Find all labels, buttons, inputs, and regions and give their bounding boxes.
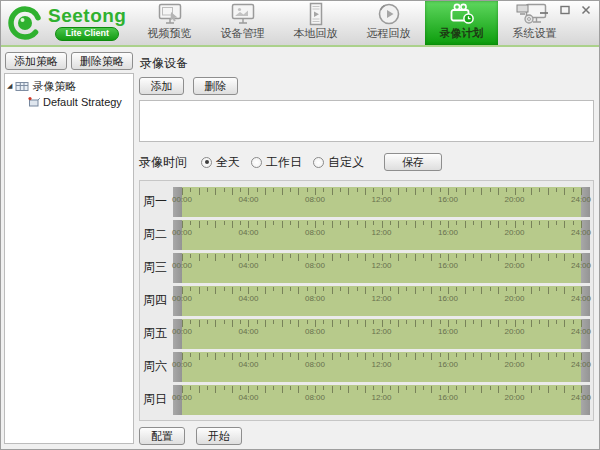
seetong-logo-icon — [7, 5, 43, 41]
pin-button[interactable] — [516, 4, 529, 15]
tick — [265, 188, 266, 195]
tick — [215, 386, 216, 393]
tick — [273, 287, 274, 291]
tick — [523, 188, 524, 192]
nav-item-device-management[interactable]: 设备管理 — [206, 1, 279, 45]
record-time-option-2[interactable]: 自定义 — [313, 154, 364, 171]
tick — [564, 188, 565, 195]
day-label: 周四 — [143, 292, 173, 309]
time-label: 08:00 — [305, 327, 325, 336]
tick — [273, 188, 274, 192]
tick — [465, 188, 466, 195]
tick — [398, 353, 399, 360]
tick — [298, 221, 299, 228]
nav-item-video-preview[interactable]: 视频预览 — [133, 1, 206, 45]
time-label: 00:00 — [172, 327, 192, 336]
tick — [531, 188, 532, 195]
tick — [373, 254, 374, 258]
radio-icon[interactable] — [201, 157, 212, 168]
config-button[interactable]: 配置 — [139, 427, 185, 445]
close-button[interactable] — [579, 4, 592, 15]
tick — [273, 386, 274, 390]
timeline-selected-range[interactable]: 00:0004:0008:0012:0016:0020:0024:00 — [182, 220, 581, 250]
tick — [240, 386, 241, 390]
timeline-selected-range[interactable]: 00:0004:0008:0012:0016:0020:0024:00 — [182, 385, 581, 415]
content: 添加策略 删除策略 ◢ 录像策略 — [1, 47, 599, 449]
timeline-selected-range[interactable]: 00:0004:0008:0012:0016:0020:0024:00 — [182, 253, 581, 283]
tick — [406, 320, 407, 324]
timeline-bar[interactable]: 00:0004:0008:0012:0016:0020:0024:00 — [173, 319, 590, 349]
tick — [539, 254, 540, 258]
tick — [573, 254, 574, 258]
tick — [332, 287, 333, 294]
tick — [506, 287, 507, 291]
day-label: 周六 — [143, 358, 173, 375]
timeline-selected-range[interactable]: 00:0004:0008:0012:0016:0020:0024:00 — [182, 352, 581, 382]
tick — [539, 287, 540, 291]
tick — [240, 221, 241, 225]
tick — [282, 287, 283, 294]
timeline-bar[interactable]: 00:0004:0008:0012:0016:0020:0024:00 — [173, 220, 590, 250]
tick — [573, 353, 574, 357]
timeline-bar[interactable]: 00:0004:0008:0012:0016:0020:0024:00 — [173, 385, 590, 415]
tick — [332, 386, 333, 393]
timeline-bar[interactable]: 00:0004:0008:0012:0016:0020:0024:00 — [173, 352, 590, 382]
tree-node-default-strategy[interactable]: Default Strategy — [27, 95, 131, 109]
tick — [257, 386, 258, 390]
schedule-row: 周三00:0004:0008:0012:0016:0020:0024:00 — [143, 252, 590, 283]
tree-expand-icon[interactable]: ◢ — [7, 82, 12, 90]
minimize-button[interactable] — [537, 4, 550, 15]
tick — [531, 386, 532, 393]
time-label: 08:00 — [305, 294, 325, 303]
tick — [440, 188, 441, 192]
tick — [473, 386, 474, 390]
tick — [332, 221, 333, 228]
tick — [315, 254, 316, 261]
tick — [556, 188, 557, 192]
tick — [456, 320, 457, 324]
timeline-bar[interactable]: 00:0004:0008:0012:0016:0020:0024:00 — [173, 286, 590, 316]
tick — [382, 254, 383, 261]
tick — [307, 221, 308, 225]
tick — [415, 188, 416, 195]
timeline-bar[interactable]: 00:0004:0008:0012:0016:0020:0024:00 — [173, 253, 590, 283]
tick — [515, 320, 516, 327]
tick — [265, 320, 266, 327]
tick — [199, 320, 200, 327]
add-strategy-button[interactable]: 添加策略 — [5, 52, 67, 70]
delete-strategy-button[interactable]: 删除策略 — [71, 52, 133, 70]
timeline-selected-range[interactable]: 00:0004:0008:0012:0016:0020:0024:00 — [182, 319, 581, 349]
nav-item-remote-playback[interactable]: 远程回放 — [352, 1, 425, 45]
device-list[interactable] — [139, 100, 594, 142]
tick — [473, 221, 474, 225]
timeline-selected-range[interactable]: 00:0004:0008:0012:0016:0020:0024:00 — [182, 187, 581, 217]
tick — [215, 188, 216, 195]
tree-node-recording-strategy[interactable]: ◢ 录像策略 — [7, 78, 131, 95]
day-label: 周日 — [143, 391, 173, 408]
tick — [548, 353, 549, 360]
tick — [490, 287, 491, 291]
record-time-option-1[interactable]: 工作日 — [251, 154, 302, 171]
delete-device-button[interactable]: 删除 — [193, 77, 238, 95]
tick — [473, 320, 474, 324]
save-button[interactable]: 保存 — [384, 153, 442, 171]
tick — [232, 254, 233, 261]
nav-item-local-playback[interactable]: 本地回放 — [279, 1, 352, 45]
nav-item-label: 远程回放 — [367, 26, 411, 41]
tick — [207, 287, 208, 291]
radio-icon[interactable] — [313, 157, 324, 168]
tick — [398, 188, 399, 195]
timeline-bar[interactable]: 00:0004:0008:0012:0016:0020:0024:00 — [173, 187, 590, 217]
start-button[interactable]: 开始 — [196, 427, 242, 445]
tick — [207, 386, 208, 390]
tick — [531, 320, 532, 327]
record-time-option-0[interactable]: 全天 — [201, 154, 240, 171]
timeline-selected-range[interactable]: 00:0004:0008:0012:0016:0020:0024:00 — [182, 286, 581, 316]
radio-icon[interactable] — [251, 157, 262, 168]
maximize-button[interactable] — [558, 4, 571, 15]
add-device-button[interactable]: 添加 — [139, 77, 184, 95]
tick — [431, 320, 432, 327]
nav-item-record-plan[interactable]: 录像计划 — [425, 1, 498, 45]
tick — [498, 353, 499, 360]
tick — [307, 386, 308, 390]
